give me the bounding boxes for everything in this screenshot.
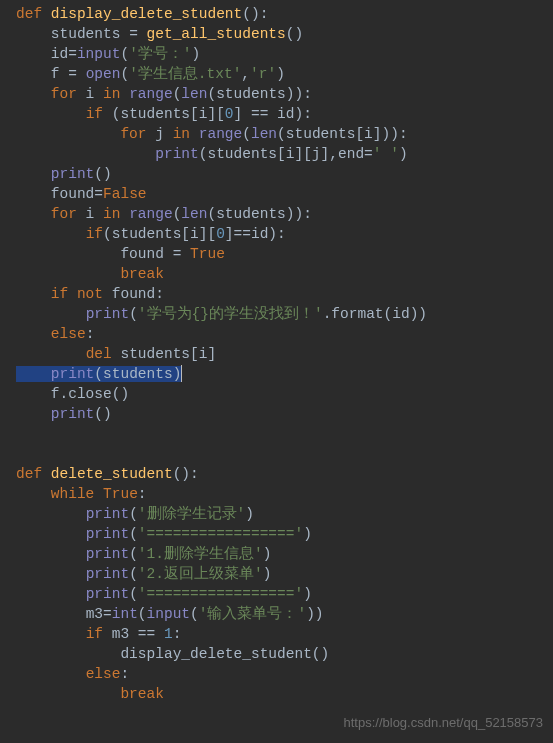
line-8: print(students[i][j],end=' ') (16, 146, 408, 162)
line-25: while True: (16, 486, 147, 502)
line-12: if(students[i][0]==id): (16, 226, 286, 242)
line-16: print('学号为{}的学生没找到！'.format(id)) (16, 306, 427, 322)
line-11: for i in range(len(students)): (16, 206, 312, 222)
line-14: break (16, 266, 164, 282)
line-19-highlight: print(students) (16, 366, 181, 382)
line-32: if m3 == 1: (16, 626, 181, 642)
watermark-text: https://blog.csdn.net/qq_52158573 (344, 713, 544, 733)
line-15: if not found: (16, 286, 164, 302)
line-10: found=False (16, 186, 147, 202)
line-17: else: (16, 326, 94, 342)
line-27: print('=================') (16, 526, 312, 542)
line-9: print() (16, 166, 112, 182)
line-1: def display_delete_student(): (16, 6, 268, 22)
line-3: id=input('学号：') (16, 46, 200, 62)
line-4: f = open('学生信息.txt','r') (16, 66, 285, 82)
line-21: print() (16, 406, 112, 422)
line-29: print('2.返回上级菜单') (16, 566, 271, 582)
line-31: m3=int(input('输入菜单号：')) (16, 606, 324, 622)
line-5: for i in range(len(students)): (16, 86, 312, 102)
line-35: break (16, 686, 164, 702)
line-30: print('=================') (16, 586, 312, 602)
line-33: display_delete_student() (16, 646, 329, 662)
line-2: students = get_all_students() (16, 26, 303, 42)
line-7: for j in range(len(students[i])): (16, 126, 408, 142)
line-34: else: (16, 666, 129, 682)
line-6: if (students[i][0] == id): (16, 106, 312, 122)
code-block: def display_delete_student(): students =… (0, 0, 553, 704)
line-28: print('1.删除学生信息') (16, 546, 271, 562)
line-20: f.close() (16, 386, 129, 402)
line-13: found = True (16, 246, 225, 262)
line-18: del students[i] (16, 346, 216, 362)
line-24: def delete_student(): (16, 466, 199, 482)
line-26: print('删除学生记录') (16, 506, 254, 522)
